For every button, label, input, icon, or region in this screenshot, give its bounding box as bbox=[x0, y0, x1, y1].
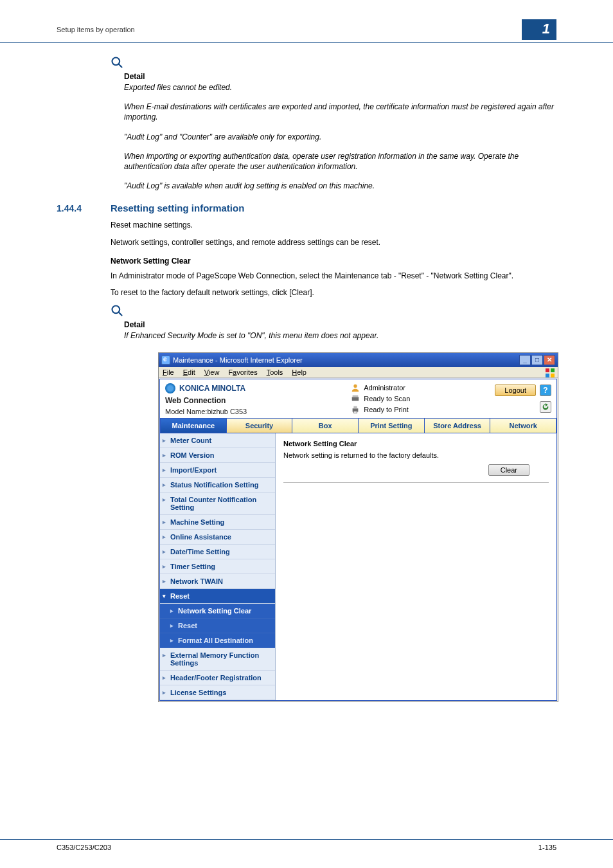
section-p4: To reset to the factory default network … bbox=[111, 287, 556, 298]
sidebar-item-impexp[interactable]: Import/Export bbox=[160, 463, 275, 478]
clear-button[interactable]: Clear bbox=[488, 464, 529, 476]
pagescope-label: Web Connection bbox=[165, 396, 247, 405]
embedded-screenshot: Maintenance - Microsoft Internet Explore… bbox=[158, 352, 558, 702]
sidebar-item-machine[interactable]: Machine Setting bbox=[160, 515, 275, 530]
section-p3: In Administrator mode of PageScope Web C… bbox=[111, 271, 556, 281]
tab-print[interactable]: Print Setting bbox=[359, 418, 425, 433]
admin-label: Administrator bbox=[364, 384, 405, 392]
footer-left: C353/C253/C203 bbox=[57, 844, 111, 851]
scan-icon bbox=[351, 394, 360, 403]
scan-status: Ready to Scan bbox=[364, 395, 410, 402]
menu-view[interactable]: View bbox=[204, 368, 220, 376]
magnifier-icon bbox=[111, 56, 556, 71]
detail-heading: Detail bbox=[124, 72, 556, 81]
sidebar-sub-netclear[interactable]: Network Setting Clear bbox=[160, 604, 275, 619]
sidebar-item-reset[interactable]: Reset bbox=[160, 589, 275, 604]
sidebar-item-timer[interactable]: Timer Setting bbox=[160, 559, 275, 574]
svg-rect-5 bbox=[551, 368, 555, 372]
menu-help[interactable]: Help bbox=[292, 368, 306, 376]
section-p1: Reset machine settings. bbox=[111, 220, 556, 230]
logout-button[interactable]: Logout bbox=[495, 384, 536, 396]
menu-edit[interactable]: Edit bbox=[183, 368, 195, 376]
sidebar-item-status[interactable]: Status Notification Setting bbox=[160, 478, 275, 493]
chapter-number: 1 bbox=[522, 19, 556, 40]
section-number: 1.44.4 bbox=[57, 203, 111, 213]
konica-logo-icon bbox=[165, 383, 175, 393]
sidebar-sub-reset[interactable]: Reset bbox=[160, 619, 275, 633]
content-pane: Network Setting Clear Network setting is… bbox=[276, 433, 556, 700]
tab-bar: Maintenance Security Box Print Setting S… bbox=[160, 418, 556, 433]
sidebar-item-online[interactable]: Online Assistance bbox=[160, 530, 275, 545]
svg-line-3 bbox=[119, 312, 122, 316]
sidebar-item-extmem[interactable]: External Memory Function Settings bbox=[160, 648, 275, 671]
menu-file[interactable]: File bbox=[163, 368, 174, 376]
maximize-button[interactable]: □ bbox=[531, 355, 543, 365]
model-label: Model Name:bizhub C353 bbox=[165, 408, 247, 415]
svg-rect-7 bbox=[551, 374, 555, 377]
brand-text: KONICA MINOLTA bbox=[179, 384, 245, 393]
sidebar-item-meter[interactable]: Meter Count bbox=[160, 433, 275, 448]
sidebar: Meter Count ROM Version Import/Export St… bbox=[160, 433, 276, 700]
help-icon[interactable]: ? bbox=[540, 384, 551, 396]
detail-p4: When importing or exporting authenticati… bbox=[124, 151, 556, 172]
refresh-icon[interactable] bbox=[540, 401, 551, 413]
tab-store[interactable]: Store Address bbox=[425, 418, 491, 433]
svg-rect-6 bbox=[546, 374, 549, 377]
section-label: Setup items by operation bbox=[57, 26, 135, 33]
section-p2: Network settings, controller settings, a… bbox=[111, 237, 556, 248]
windows-flag-icon bbox=[545, 368, 555, 378]
svg-rect-10 bbox=[353, 395, 359, 397]
sidebar-item-license[interactable]: License Settings bbox=[160, 685, 275, 700]
print-icon bbox=[351, 405, 360, 414]
detail-p1: Exported files cannot be edited. bbox=[124, 82, 556, 93]
pane-divider bbox=[283, 482, 549, 483]
window-titlebar: Maintenance - Microsoft Internet Explore… bbox=[159, 353, 558, 367]
detail-p2: When E-mail destinations with certificat… bbox=[124, 102, 556, 122]
window-title: Maintenance - Microsoft Internet Explore… bbox=[173, 356, 303, 364]
sidebar-sub-format[interactable]: Format All Destination bbox=[160, 633, 275, 648]
menu-bar: File Edit View Favorites Tools Help bbox=[159, 367, 558, 378]
section-title: Resetting setting information bbox=[111, 203, 244, 213]
tab-maintenance[interactable]: Maintenance bbox=[160, 418, 227, 433]
svg-rect-13 bbox=[354, 411, 357, 413]
tab-box[interactable]: Box bbox=[292, 418, 359, 433]
menu-tools[interactable]: Tools bbox=[267, 368, 283, 376]
menu-favorites[interactable]: Favorites bbox=[228, 368, 257, 376]
svg-line-1 bbox=[119, 64, 122, 68]
minimize-button[interactable]: _ bbox=[519, 355, 531, 365]
magnifier-icon bbox=[111, 304, 556, 319]
sidebar-item-header[interactable]: Header/Footer Registration bbox=[160, 671, 275, 685]
detail-p5: "Audit Log" is available when audit log … bbox=[124, 181, 556, 191]
tab-security[interactable]: Security bbox=[227, 418, 293, 433]
print-status: Ready to Print bbox=[364, 406, 409, 413]
sidebar-item-counter[interactable]: Total Counter Notification Setting bbox=[160, 493, 275, 515]
detail-p-mid: If Enhanced Security Mode is set to "ON"… bbox=[124, 330, 556, 341]
admin-icon bbox=[351, 383, 360, 392]
sub-heading: Network Setting Clear bbox=[111, 257, 556, 266]
footer-right: 1-135 bbox=[538, 844, 556, 851]
pane-description: Network setting is returned to the facto… bbox=[283, 451, 549, 459]
sidebar-item-twain[interactable]: Network TWAIN bbox=[160, 574, 275, 589]
svg-point-8 bbox=[354, 384, 357, 388]
tab-network[interactable]: Network bbox=[490, 418, 556, 433]
detail-p3: "Audit Log" and "Counter" are available … bbox=[124, 132, 556, 142]
svg-rect-9 bbox=[352, 397, 359, 401]
svg-rect-4 bbox=[546, 368, 549, 372]
close-button[interactable]: ✕ bbox=[544, 355, 555, 365]
detail-heading-2: Detail bbox=[124, 320, 556, 329]
pane-heading: Network Setting Clear bbox=[283, 440, 549, 448]
svg-rect-12 bbox=[354, 406, 357, 409]
sidebar-item-rom[interactable]: ROM Version bbox=[160, 448, 275, 463]
sidebar-item-datetime[interactable]: Date/Time Setting bbox=[160, 545, 275, 559]
ie-icon bbox=[161, 356, 170, 365]
